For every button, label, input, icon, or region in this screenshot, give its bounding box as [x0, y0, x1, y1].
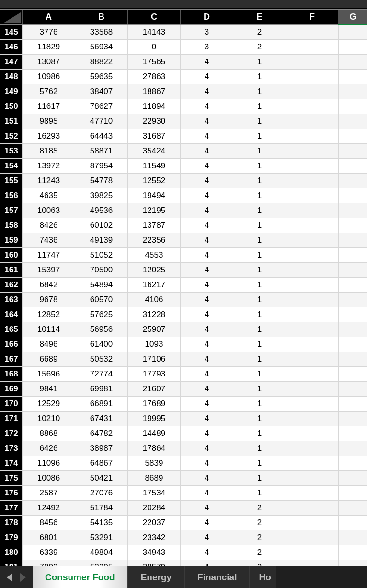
cell-A148[interactable]: 10986: [23, 70, 75, 84]
cell-C169[interactable]: 21607: [128, 382, 181, 397]
cell-D161[interactable]: 4: [181, 263, 233, 278]
cell-F149[interactable]: [286, 84, 339, 99]
cell-A181[interactable]: 7802: [23, 560, 75, 566]
cell-F168[interactable]: [286, 367, 339, 382]
cell-E168[interactable]: 1: [233, 367, 286, 382]
cell-D158[interactable]: 4: [181, 218, 233, 233]
cell-C160[interactable]: 4553: [128, 248, 181, 263]
cell-A177[interactable]: 12492: [23, 501, 75, 516]
cell-C151[interactable]: 22930: [128, 114, 181, 129]
cell-A163[interactable]: 9678: [23, 293, 75, 307]
cell-E148[interactable]: 1: [233, 70, 286, 84]
cell-B160[interactable]: 51052: [75, 248, 128, 263]
cell-E177[interactable]: 2: [233, 501, 286, 516]
cell-F147[interactable]: [286, 55, 339, 70]
cell-G148[interactable]: [339, 70, 367, 84]
cell-F165[interactable]: [286, 322, 339, 337]
cell-A150[interactable]: 11617: [23, 99, 75, 114]
cell-G171[interactable]: [339, 412, 367, 426]
cell-F176[interactable]: [286, 486, 339, 501]
cell-F158[interactable]: [286, 218, 339, 233]
cell-G150[interactable]: [339, 99, 367, 114]
sheet-tab-energy[interactable]: Energy: [128, 566, 184, 588]
cell-F156[interactable]: [286, 188, 339, 203]
row-header[interactable]: 173: [0, 441, 23, 456]
cell-C150[interactable]: 11894: [128, 99, 181, 114]
cell-C177[interactable]: 20284: [128, 501, 181, 516]
cell-E174[interactable]: 1: [233, 456, 286, 471]
cell-C146[interactable]: 0: [128, 40, 181, 55]
cell-G156[interactable]: [339, 188, 367, 203]
sheet-tab-consumer-food[interactable]: Consumer Food: [33, 566, 128, 588]
cell-A160[interactable]: 11747: [23, 248, 75, 263]
col-header-B[interactable]: B: [75, 10, 128, 25]
cell-F160[interactable]: [286, 248, 339, 263]
cell-A170[interactable]: 12529: [23, 397, 75, 412]
col-header-F[interactable]: F: [286, 10, 339, 25]
row-header[interactable]: 161: [0, 263, 23, 278]
cell-G161[interactable]: [339, 263, 367, 278]
cell-F164[interactable]: [286, 307, 339, 322]
cell-E157[interactable]: 1: [233, 203, 286, 218]
cell-A151[interactable]: 9895: [23, 114, 75, 129]
cell-G173[interactable]: [339, 441, 367, 456]
cell-D147[interactable]: 4: [181, 55, 233, 70]
grid-area[interactable]: A B C D E F G 14537763356814143321461182…: [0, 10, 367, 566]
cell-D170[interactable]: 4: [181, 397, 233, 412]
cell-A175[interactable]: 10086: [23, 471, 75, 486]
cell-D160[interactable]: 4: [181, 248, 233, 263]
cell-F177[interactable]: [286, 501, 339, 516]
cell-A162[interactable]: 6842: [23, 278, 75, 293]
cell-A147[interactable]: 13087: [23, 55, 75, 70]
cell-B176[interactable]: 27076: [75, 486, 128, 501]
cell-D173[interactable]: 4: [181, 441, 233, 456]
cell-C173[interactable]: 17864: [128, 441, 181, 456]
cell-E147[interactable]: 1: [233, 55, 286, 70]
cell-F153[interactable]: [286, 144, 339, 159]
cell-A180[interactable]: 6339: [23, 545, 75, 560]
cell-C152[interactable]: 31687: [128, 129, 181, 144]
cell-D165[interactable]: 4: [181, 322, 233, 337]
cell-F146[interactable]: [286, 40, 339, 55]
cell-B173[interactable]: 38987: [75, 441, 128, 456]
cell-C159[interactable]: 22356: [128, 233, 181, 248]
cell-F170[interactable]: [286, 397, 339, 412]
row-header[interactable]: 158: [0, 218, 23, 233]
cell-A157[interactable]: 10063: [23, 203, 75, 218]
cell-E178[interactable]: 2: [233, 516, 286, 530]
row-header[interactable]: 174: [0, 456, 23, 471]
col-header-D[interactable]: D: [181, 10, 233, 25]
row-header[interactable]: 159: [0, 233, 23, 248]
row-header[interactable]: 146: [0, 40, 23, 55]
cell-E163[interactable]: 1: [233, 293, 286, 307]
cell-D167[interactable]: 4: [181, 352, 233, 367]
cell-B162[interactable]: 54894: [75, 278, 128, 293]
cell-G180[interactable]: [339, 545, 367, 560]
cell-G147[interactable]: [339, 55, 367, 70]
cell-D156[interactable]: 4: [181, 188, 233, 203]
cell-C163[interactable]: 4106: [128, 293, 181, 307]
row-header[interactable]: 175: [0, 471, 23, 486]
cell-G160[interactable]: [339, 248, 367, 263]
cell-C155[interactable]: 12552: [128, 174, 181, 188]
cell-D152[interactable]: 4: [181, 129, 233, 144]
cell-G179[interactable]: [339, 530, 367, 545]
cell-F150[interactable]: [286, 99, 339, 114]
cell-F167[interactable]: [286, 352, 339, 367]
cell-B165[interactable]: 56956: [75, 322, 128, 337]
cell-C156[interactable]: 19494: [128, 188, 181, 203]
cell-A154[interactable]: 13972: [23, 159, 75, 174]
cell-D157[interactable]: 4: [181, 203, 233, 218]
row-header[interactable]: 157: [0, 203, 23, 218]
cell-B178[interactable]: 54135: [75, 516, 128, 530]
col-header-A[interactable]: A: [23, 10, 75, 25]
cell-C147[interactable]: 17565: [128, 55, 181, 70]
cell-D175[interactable]: 4: [181, 471, 233, 486]
row-header[interactable]: 162: [0, 278, 23, 293]
cell-E151[interactable]: 1: [233, 114, 286, 129]
cell-C176[interactable]: 17534: [128, 486, 181, 501]
cell-D153[interactable]: 4: [181, 144, 233, 159]
row-header[interactable]: 181: [0, 560, 23, 566]
cell-G146[interactable]: [339, 40, 367, 55]
cell-D163[interactable]: 4: [181, 293, 233, 307]
